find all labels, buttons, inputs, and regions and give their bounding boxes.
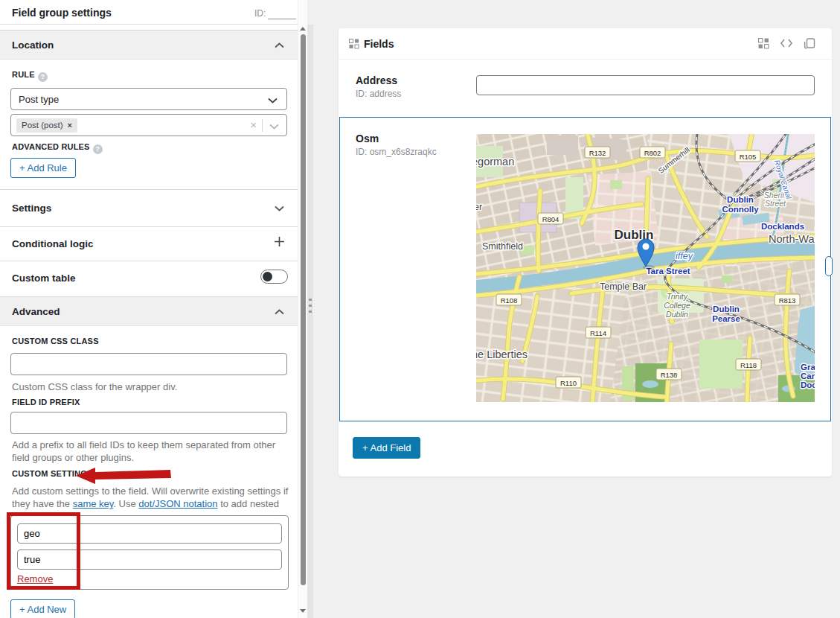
add-new-setting-button[interactable]: + Add New — [10, 599, 75, 618]
custom-setting-key-input[interactable] — [17, 523, 282, 544]
map-label-grangegorman: egorman — [476, 156, 514, 168]
splitter-dots — [309, 299, 312, 301]
custom-css-class-label: CUSTOM CSS CLASS — [12, 337, 99, 345]
selected-post-tag: Post (post)× — [16, 118, 77, 133]
map-label-grand-canal-dock: Grand — [801, 363, 815, 372]
map-label-connolly: Dublin — [727, 195, 754, 204]
panel-splitter[interactable] — [307, 25, 313, 618]
chevron-up-icon — [275, 42, 284, 48]
plus-icon[interactable] — [274, 236, 285, 247]
svg-text:R114: R114 — [590, 329, 606, 337]
copy-icon[interactable] — [804, 38, 815, 50]
remove-setting-link[interactable]: Remove — [17, 573, 53, 584]
custom-css-class-help: Custom CSS class for the wrapper div. — [12, 380, 289, 393]
chevron-down-icon — [268, 98, 278, 103]
divider — [0, 226, 298, 227]
add-rule-button[interactable]: + Add Rule — [10, 158, 76, 178]
svg-text:Dublin: Dublin — [666, 310, 688, 319]
fields-panel: Fields Address ID: address Osm ID: osm_x… — [339, 28, 832, 477]
address-input[interactable] — [476, 75, 815, 95]
custom-setting-value-input[interactable] — [17, 549, 282, 570]
map-label-stoneybatter: er — [476, 202, 482, 212]
dot-json-notation-link[interactable]: dot/JSON notation — [138, 498, 217, 509]
divider — [0, 24, 298, 25]
map-label-pearse: Dublin — [713, 305, 740, 313]
same-key-link[interactable]: same key — [73, 498, 114, 509]
rule-select-value: Post type — [19, 94, 59, 105]
fields-panel-header: Fields — [339, 28, 832, 60]
map-label-liberties: he Liberties — [476, 348, 528, 360]
scroll-up-arrow[interactable] — [300, 27, 306, 31]
section-advanced-title: Advanced — [12, 306, 60, 317]
field-group-id-input[interactable] — [268, 5, 296, 19]
svg-text:R804: R804 — [542, 215, 560, 223]
svg-text:R118: R118 — [740, 361, 757, 369]
svg-text:R108: R108 — [501, 296, 518, 305]
svg-text:R802: R802 — [644, 149, 661, 157]
chevron-down-icon[interactable] — [275, 206, 284, 211]
advanced-rules-label: ADVANCED RULES? — [12, 142, 103, 154]
section-conditional-logic-title: Conditional logic — [12, 238, 94, 249]
svg-text:R110: R110 — [560, 379, 577, 387]
map-label-liffey: iffey — [676, 251, 693, 261]
osm-map-preview[interactable]: R132 R802 R105 R804 R108 R114 R110 R138 … — [476, 134, 815, 402]
section-settings-title: Settings — [12, 203, 51, 214]
field-id: ID: osm_x6s8zraqkc — [356, 147, 437, 157]
custom-settings-label: CUSTOM SETTINGS — [12, 469, 93, 478]
chevron-up-icon — [275, 309, 284, 315]
splitter-dots — [309, 310, 312, 313]
svg-text:R138: R138 — [661, 371, 678, 379]
field-id: ID: address — [356, 89, 401, 99]
fields-panel-title: Fields — [364, 38, 394, 50]
panel-title: Field group settings — [12, 7, 112, 19]
grid-icon — [349, 39, 359, 49]
help-icon[interactable]: ? — [93, 144, 103, 154]
svg-text:Pearse: Pearse — [712, 314, 740, 323]
svg-text:R105: R105 — [740, 153, 757, 161]
svg-text:R132: R132 — [589, 149, 606, 157]
field-group-settings-panel: Field group settings ID: Location RULE? … — [0, 0, 298, 618]
section-advanced[interactable]: Advanced — [0, 296, 298, 326]
field-resize-handle[interactable] — [825, 256, 833, 276]
map-label-trinity: Trinity — [667, 292, 688, 301]
help-icon[interactable]: ? — [38, 72, 48, 82]
svg-text:Street: Street — [765, 199, 786, 208]
toggle-knob — [263, 272, 272, 281]
map-label-docklands: Docklands — [761, 222, 804, 231]
map-label-north-wall: North-Wa — [769, 233, 815, 245]
rule-label: RULE? — [12, 70, 48, 82]
svg-text:Connolly: Connolly — [722, 205, 759, 214]
clear-selection-icon[interactable]: × — [250, 118, 257, 131]
chevron-down-icon[interactable] — [269, 124, 279, 130]
field-label: Osm — [356, 133, 379, 144]
rule-select[interactable]: Post type — [10, 88, 287, 110]
remove-tag-icon[interactable]: × — [68, 121, 72, 130]
sidebar-scrollbar[interactable] — [298, 0, 307, 618]
section-custom-table-title: Custom table — [12, 273, 76, 284]
svg-text:College: College — [664, 301, 690, 310]
custom-css-class-input[interactable] — [10, 353, 287, 375]
id-label: ID: — [254, 8, 266, 19]
svg-text:R813: R813 — [779, 296, 796, 305]
svg-text:Canal: Canal — [801, 372, 815, 380]
layout-grid-icon[interactable] — [758, 38, 769, 49]
scrollbar-thumb[interactable] — [301, 34, 306, 585]
map-label-temple-bar: Temple Bar — [600, 281, 647, 292]
map-label-smithfield: Smithfield — [482, 241, 523, 252]
svg-text:Dock: Dock — [801, 380, 815, 389]
splitter-dots — [309, 305, 312, 307]
post-multiselect[interactable]: Post (post)× × — [10, 114, 287, 136]
divider — [0, 189, 298, 190]
field-id-prefix-input[interactable] — [10, 412, 287, 434]
custom-setting-group: Remove — [10, 515, 289, 590]
scroll-down-arrow[interactable] — [300, 609, 306, 613]
divider — [0, 261, 298, 261]
divider — [262, 119, 263, 132]
section-location[interactable]: Location — [0, 30, 298, 60]
add-field-button[interactable]: + Add Field — [353, 437, 420, 459]
code-view-icon[interactable] — [780, 38, 793, 48]
field-label: Address — [356, 74, 397, 86]
section-location-title: Location — [12, 39, 54, 51]
field-id-prefix-label: FIELD ID PREFIX — [12, 398, 80, 407]
custom-table-toggle[interactable] — [260, 270, 288, 284]
